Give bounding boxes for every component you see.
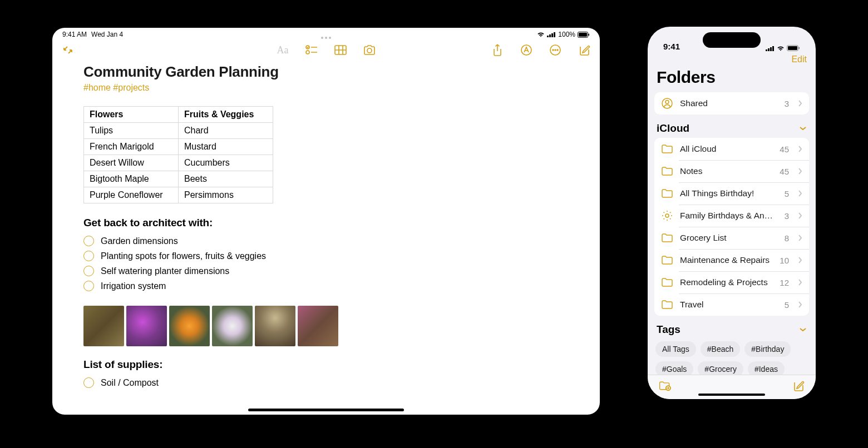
- photo-thumbnail[interactable]: [255, 306, 295, 346]
- tag-pill[interactable]: #Beach: [701, 341, 740, 357]
- note-title: Community Garden Planning: [83, 63, 569, 81]
- photo-thumbnail[interactable]: [169, 306, 210, 346]
- svg-point-20: [557, 49, 558, 51]
- table-cell[interactable]: Mustard: [179, 139, 273, 155]
- folder-row[interactable]: Travel5: [654, 293, 809, 316]
- checklist: Garden dimensions Planting spots for flo…: [83, 233, 569, 293]
- table-cell[interactable]: Chard: [179, 123, 273, 139]
- photo-thumbnail[interactable]: [126, 306, 167, 346]
- markup-icon[interactable]: [520, 44, 533, 56]
- folder-row[interactable]: All Things Birthday!5: [654, 182, 809, 205]
- text-format-icon[interactable]: Aa: [276, 44, 289, 56]
- collapse-sidebar-icon[interactable]: [61, 44, 75, 56]
- folder-row[interactable]: All iCloud45: [654, 138, 809, 160]
- chevron-right-icon: [798, 257, 802, 263]
- folder-label: Maintenance & Repairs: [680, 255, 773, 265]
- note-content[interactable]: Community Garden Planning #home #project…: [52, 61, 600, 414]
- table-cell[interactable]: French Marigold: [84, 139, 179, 155]
- table-header-cell[interactable]: Flowers: [84, 107, 179, 123]
- checklist-item[interactable]: Self watering planter dimensions: [101, 266, 229, 276]
- checkbox[interactable]: [83, 377, 94, 388]
- checklist-item[interactable]: Planting spots for flowers, fruits & veg…: [101, 251, 266, 261]
- more-icon[interactable]: [549, 44, 562, 56]
- shared-section: Shared 3: [654, 92, 809, 115]
- folder-label: Remodeling & Projects: [680, 277, 773, 287]
- folder-row[interactable]: Family Birthdays & Anniversaries3: [654, 205, 809, 227]
- folder-label: Grocery List: [680, 233, 778, 243]
- share-icon[interactable]: [491, 44, 504, 56]
- folder-row[interactable]: Grocery List8: [654, 227, 809, 249]
- status-date: Wed Jan 4: [91, 31, 123, 38]
- note-tags[interactable]: #home #projects: [83, 83, 569, 93]
- checkbox[interactable]: [83, 266, 94, 276]
- folder-icon: [661, 143, 673, 155]
- table-header-cell[interactable]: Fruits & Veggies: [179, 107, 273, 123]
- tag-pill[interactable]: All Tags: [655, 341, 696, 357]
- checkbox[interactable]: [83, 251, 94, 261]
- folder-count: 45: [780, 167, 789, 176]
- table-cell[interactable]: Cucumbers: [179, 155, 273, 171]
- svg-rect-23: [770, 47, 772, 51]
- home-indicator[interactable]: [248, 409, 404, 411]
- checkbox[interactable]: [83, 236, 94, 246]
- table-cell[interactable]: Purple Coneflower: [84, 187, 179, 203]
- folder-count: 3: [785, 99, 789, 108]
- folder-row[interactable]: Remodeling & Projects12: [654, 271, 809, 293]
- edit-button[interactable]: Edit: [791, 54, 807, 64]
- folder-count: 8: [785, 233, 789, 243]
- photo-attachments: [83, 306, 569, 346]
- battery-percent: 100%: [558, 31, 575, 38]
- folder-icon: [661, 165, 673, 177]
- folder-count: 12: [780, 278, 789, 287]
- folder-row-shared[interactable]: Shared 3: [654, 92, 809, 115]
- shared-icon: [661, 97, 673, 109]
- photo-thumbnail[interactable]: [83, 306, 124, 346]
- icloud-header[interactable]: iCloud: [648, 115, 816, 138]
- svg-rect-22: [768, 48, 770, 51]
- photo-thumbnail[interactable]: [212, 306, 253, 346]
- table-icon[interactable]: [334, 44, 347, 56]
- checkbox[interactable]: [83, 281, 94, 291]
- camera-icon[interactable]: [363, 44, 376, 56]
- table-cell[interactable]: Bigtooth Maple: [84, 171, 179, 187]
- folder-icon: [661, 254, 673, 266]
- checklist-item[interactable]: Irrigation system: [101, 281, 166, 291]
- svg-rect-21: [766, 49, 767, 51]
- table-cell[interactable]: Beets: [179, 171, 273, 187]
- folder-count: 3: [785, 211, 789, 221]
- tag-pill[interactable]: #Birthday: [744, 341, 791, 357]
- plant-table[interactable]: Flowers Fruits & Veggies TulipsChard Fre…: [83, 106, 273, 203]
- folder-label: Travel: [680, 300, 778, 310]
- checklist-icon[interactable]: [305, 44, 318, 56]
- chevron-right-icon: [798, 301, 802, 308]
- svg-point-15: [367, 48, 372, 53]
- new-folder-icon[interactable]: [659, 380, 671, 392]
- multitask-grabber[interactable]: [321, 37, 331, 39]
- svg-point-18: [553, 49, 554, 51]
- table-cell[interactable]: Tulips: [84, 123, 179, 139]
- svg-rect-6: [589, 33, 590, 36]
- status-time: 9:41: [663, 42, 680, 51]
- folder-label: Notes: [680, 166, 773, 176]
- table-cell[interactable]: Persimmons: [179, 187, 273, 203]
- folder-icon: [661, 232, 673, 244]
- svg-rect-26: [788, 46, 797, 50]
- wifi-icon: [777, 46, 785, 51]
- folder-row[interactable]: Notes45: [654, 160, 809, 182]
- checklist-item[interactable]: Garden dimensions: [101, 236, 178, 246]
- cellular-icon: [547, 32, 556, 37]
- home-indicator[interactable]: [698, 394, 765, 396]
- tags-header[interactable]: Tags: [648, 316, 816, 339]
- folder-count: 5: [785, 189, 789, 198]
- photo-thumbnail[interactable]: [298, 306, 338, 346]
- table-cell[interactable]: Desert Willow: [84, 155, 179, 171]
- folder-icon: [661, 276, 673, 288]
- folder-row[interactable]: Maintenance & Repairs10: [654, 249, 809, 271]
- compose-icon[interactable]: [792, 380, 805, 392]
- compose-icon[interactable]: [578, 44, 591, 56]
- chevron-down-icon: [799, 327, 807, 332]
- checklist-item[interactable]: Soil / Compost: [101, 378, 159, 388]
- svg-point-19: [555, 49, 556, 51]
- icloud-folder-list: All iCloud45Notes45All Things Birthday!5…: [654, 138, 809, 316]
- iphone-device-frame: 9:41 Edit Folders Shared 3 iCloud All iC…: [641, 20, 822, 406]
